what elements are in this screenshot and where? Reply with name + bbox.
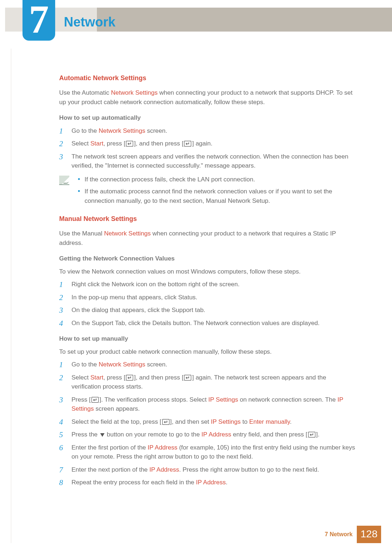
text: on network connection screen. The xyxy=(238,396,338,403)
text: screen. xyxy=(145,361,167,368)
keyword-network-settings: Network Settings xyxy=(99,127,146,134)
list-item: Enter the first portion of the IP Addres… xyxy=(59,443,357,461)
heading-manual-network: Manual Network Settings xyxy=(59,214,357,224)
page-number-badge: 128 xyxy=(357,526,381,543)
chapter-title: Network xyxy=(64,12,115,32)
enter-icon xyxy=(183,375,192,381)
page-content: Automatic Network Settings Use the Autom… xyxy=(59,67,357,492)
text: Go to the xyxy=(72,361,99,368)
auto-intro: Use the Automatic Network Settings when … xyxy=(59,88,357,107)
heading-auto-network: Automatic Network Settings xyxy=(59,73,357,83)
down-arrow-icon xyxy=(100,433,105,437)
enter-icon xyxy=(162,419,170,425)
list-item: Select Start, press [], and then press [… xyxy=(59,373,357,391)
keyword-start: Start xyxy=(90,374,103,381)
text: ]. xyxy=(316,431,319,438)
keyword-ip-address: IP Address xyxy=(201,431,231,438)
list-item: On the Support Tab, click the Details bu… xyxy=(59,319,357,328)
list-item: If the automatic process cannot find the… xyxy=(75,187,357,205)
list-item: The network test screen appears and veri… xyxy=(59,152,357,171)
manual-setup-intro: To set up your product cable network con… xyxy=(59,347,357,357)
text: Select the field at the top, press [ xyxy=(72,418,162,425)
text: Use the Manual xyxy=(59,230,104,237)
text: , press [ xyxy=(103,140,125,147)
text: ], and then press [ xyxy=(134,374,183,381)
heading-connection-values: Getting the Network Connection Values xyxy=(59,254,357,263)
keyword-ip-address: IP Address xyxy=(150,466,179,473)
text: . Press the right arrow button to go to … xyxy=(179,466,319,473)
text: ]. The verification process stops. Selec… xyxy=(99,396,208,403)
text: ], and then press [ xyxy=(134,140,183,147)
text: screen appears. xyxy=(94,405,140,412)
auto-steps: Go to the Network Settings screen. Selec… xyxy=(59,126,357,171)
list-item: In the pop-up menu that appears, click S… xyxy=(59,293,357,302)
text: . xyxy=(290,418,292,425)
header-bar xyxy=(5,8,392,32)
text: Press the xyxy=(72,431,99,438)
enter-icon xyxy=(307,432,316,438)
manual-steps: Go to the Network Settings screen. Selec… xyxy=(59,360,357,487)
list-item: Press []. The verification process stops… xyxy=(59,395,357,414)
enter-icon xyxy=(125,141,134,147)
text: screen. xyxy=(145,127,167,134)
heading-auto-setup: How to set up automatically xyxy=(59,113,357,123)
text: . xyxy=(226,479,228,486)
text: Use the Automatic xyxy=(59,89,111,96)
text: ], and then set xyxy=(170,418,211,425)
list-item: Repeat the entry process for each field … xyxy=(59,478,357,487)
page-footer: 7 Network 128 xyxy=(325,526,381,543)
text: Go to the xyxy=(72,127,99,134)
note-list: If the connection process fails, check t… xyxy=(75,175,357,209)
note-block: If the connection process fails, check t… xyxy=(59,175,357,209)
enter-icon xyxy=(125,375,134,381)
list-item: Press the button on your remote to go to… xyxy=(59,430,357,439)
chapter-number-tab: 7 xyxy=(23,0,55,41)
list-item: Go to the Network Settings screen. xyxy=(59,360,357,369)
list-item: On the dialog that appears, click the Su… xyxy=(59,305,357,315)
text: Press [ xyxy=(72,396,91,403)
text: to xyxy=(241,418,249,425)
keyword-enter-manually: Enter manually xyxy=(249,418,290,425)
text: , press [ xyxy=(103,374,125,381)
manual-intro: Use the Manual Network Settings when con… xyxy=(59,229,357,247)
keyword-ip-address: IP Address xyxy=(148,444,177,451)
values-steps: Right click the Network icon on the bott… xyxy=(59,280,357,328)
text: Enter the first portion of the xyxy=(72,444,148,451)
text: Select xyxy=(72,140,90,147)
text: Enter the next portion of the xyxy=(72,466,150,473)
keyword-network-settings: Network Settings xyxy=(111,89,158,96)
keyword-ip-settings: IP Settings xyxy=(211,418,241,425)
text: entry field, and then press [ xyxy=(231,431,307,438)
text: Repeat the entry process for each field … xyxy=(72,479,196,486)
list-item: Enter the next portion of the IP Address… xyxy=(59,465,357,475)
keyword-ip-address: IP Address xyxy=(196,479,226,486)
enter-icon xyxy=(183,141,192,147)
text: ] again. xyxy=(192,140,212,147)
text: button on your remote to go to the xyxy=(105,431,202,438)
heading-manual-setup: How to set up manually xyxy=(59,334,357,344)
list-item: Select Start, press [], and then press [… xyxy=(59,139,357,148)
list-item: If the connection process fails, check t… xyxy=(75,175,357,184)
list-item: Right click the Network icon on the bott… xyxy=(59,280,357,289)
list-item: Go to the Network Settings screen. xyxy=(59,126,357,136)
values-intro: To view the Network connection values on… xyxy=(59,267,357,276)
enter-icon xyxy=(91,397,99,403)
note-icon xyxy=(59,175,75,209)
keyword-ip-settings: IP Settings xyxy=(208,396,238,403)
keyword-network-settings: Network Settings xyxy=(99,361,146,368)
keyword-start: Start xyxy=(90,140,103,147)
list-item: Select the field at the top, press [], a… xyxy=(59,417,357,427)
keyword-network-settings: Network Settings xyxy=(104,230,151,237)
footer-chapter-label: 7 Network xyxy=(325,530,352,539)
text: Select xyxy=(72,374,90,381)
left-margin-rule xyxy=(11,49,11,543)
